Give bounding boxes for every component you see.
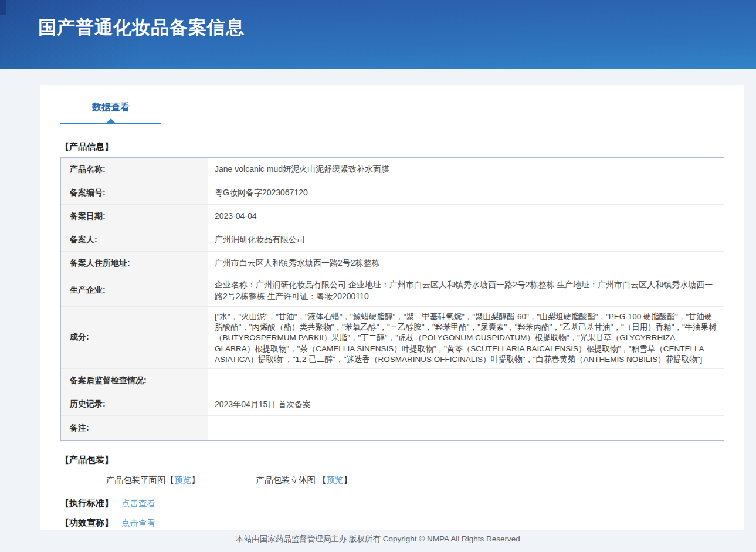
table-row: 备案编号: 粤G妆网备字2023067120 xyxy=(61,181,724,205)
standard-line: 【执行标准】 点击查看 xyxy=(60,498,724,509)
section-product-info: 【产品信息】 xyxy=(60,141,724,153)
table-row: 备案人住所地址: 广州市白云区人和镇秀水塘西一路2号2栋整栋 xyxy=(61,252,724,275)
section-efficacy: 【功效宣称】 xyxy=(60,517,113,527)
table-row: 备案人: 广州润研化妆品有限公司 xyxy=(61,228,724,252)
page-header: 国产普通化妆品备案信息 xyxy=(0,0,756,69)
row-label: 生产企业: xyxy=(61,275,208,306)
row-value: 2023-04-04 xyxy=(208,205,724,228)
packaging-3d-label: 产品包装立体图 xyxy=(256,475,318,485)
row-label: 备案后监督检查情况: xyxy=(61,369,208,392)
bracket-open: 【 xyxy=(318,475,327,485)
row-label: 备案日期: xyxy=(61,205,208,228)
table-row: 备案日期: 2023-04-04 xyxy=(61,205,724,228)
tab-data-view[interactable]: 数据查看 xyxy=(60,101,161,124)
section-packaging: 【产品包装】 xyxy=(60,455,724,466)
standard-view-link[interactable]: 点击查看 xyxy=(121,499,155,508)
row-label: 备案编号: xyxy=(61,181,208,204)
row-value: Jane volcanic mud妍泥火山泥舒缓紧致补水面膜 xyxy=(208,158,724,181)
row-value: 粤G妆网备字2023067120 xyxy=(208,181,724,204)
row-value: 广州润研化妆品有限公司 xyxy=(208,228,724,251)
product-info-table: 产品名称: Jane volcanic mud妍泥火山泥舒缓紧致补水面膜 备案编… xyxy=(60,157,724,441)
content-card: 数据查看 【产品信息】 产品名称: Jane volcanic mud妍泥火山泥… xyxy=(40,85,744,530)
row-label: 历史记录: xyxy=(61,392,208,415)
row-value xyxy=(208,369,724,392)
packaging-line: 产品包装平面图【预览】 产品包装立体图 【预览】 xyxy=(106,475,724,486)
row-label: 成分: xyxy=(61,307,208,369)
section-standard: 【执行标准】 xyxy=(60,498,113,508)
footer-copyright: 本站由国家药品监督管理局主办 版权所有 Copyright © NMPA All… xyxy=(0,534,756,544)
table-row: 备注: xyxy=(61,416,724,440)
packaging-item-flat: 产品包装平面图【预览】 xyxy=(106,475,200,486)
table-row: 历史记录: 2023年04月15日 首次备案 xyxy=(61,392,724,416)
row-label: 备注: xyxy=(61,416,208,440)
tab-strip: 数据查看 xyxy=(60,101,724,124)
packaging-item-3d: 产品包装立体图 【预览】 xyxy=(256,475,352,486)
row-value: 2023年04月15日 首次备案 xyxy=(208,392,724,415)
efficacy-line: 【功效宣称】 点击查看 xyxy=(60,517,724,529)
row-label: 备案人: xyxy=(61,228,208,251)
table-row: 生产企业: 企业名称：广州润研化妆品有限公司 企业地址：广州市白云区人和镇秀水塘… xyxy=(61,275,724,307)
table-row: 成分: ["水"，"火山泥"，"甘油"，"液体石蜡"，"鲸蜡硬脂醇"，"聚二甲基… xyxy=(61,307,724,370)
packaging-flat-label: 产品包装平面图 xyxy=(106,475,166,485)
table-row: 产品名称: Jane volcanic mud妍泥火山泥舒缓紧致补水面膜 xyxy=(61,158,724,181)
row-value: 广州市白云区人和镇秀水塘西一路2号2栋整栋 xyxy=(208,252,724,275)
bracket-open: 【 xyxy=(166,475,175,485)
bracket-close: 】 xyxy=(191,475,200,485)
row-value xyxy=(208,416,724,440)
row-value: ["水"，"火山泥"，"甘油"，"液体石蜡"，"鲸蜡硬脂醇"，"聚二甲基硅氧烷"… xyxy=(208,307,724,369)
table-row: 备案后监督检查情况: xyxy=(61,369,724,392)
page-title: 国产普通化妆品备案信息 xyxy=(38,15,245,40)
efficacy-view-link[interactable]: 点击查看 xyxy=(121,518,155,527)
bracket-close: 】 xyxy=(344,475,352,485)
preview-link-3d[interactable]: 预览 xyxy=(327,475,344,485)
row-label: 备案人住所地址: xyxy=(61,252,208,275)
row-label: 产品名称: xyxy=(61,158,208,181)
row-value: 企业名称：广州润研化妆品有限公司 企业地址：广州市白云区人和镇秀水塘西一路2号2… xyxy=(208,275,724,306)
preview-link-flat[interactable]: 预览 xyxy=(174,475,191,485)
